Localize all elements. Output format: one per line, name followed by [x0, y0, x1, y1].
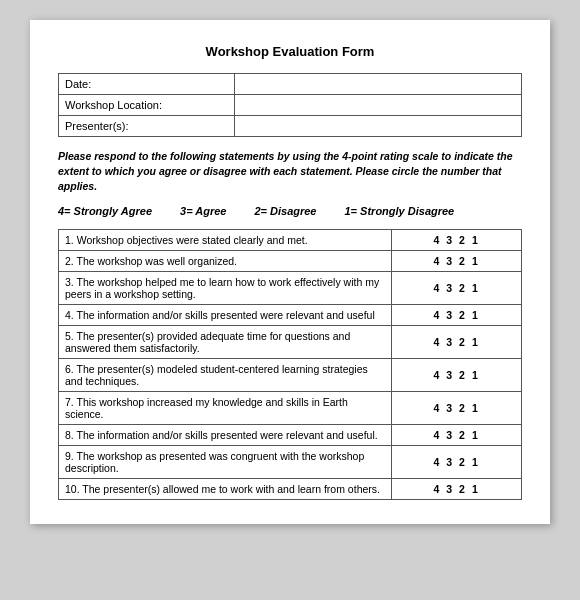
rating-cell: 4 3 2 1	[392, 424, 522, 445]
scale-item-1: 1= Strongly Disagree	[345, 205, 455, 217]
question-cell: 1. Workshop objectives were stated clear…	[59, 229, 392, 250]
question-num: 10.	[65, 483, 80, 495]
question-cell: 3. The workshop helped me to learn how t…	[59, 271, 392, 304]
location-value	[234, 95, 521, 116]
scale-row: 4= Strongly Agree 3= Agree 2= Disagree 1…	[58, 205, 522, 217]
question-num: 9.	[65, 450, 74, 462]
rating-cell: 4 3 2 1	[392, 478, 522, 499]
question-cell: 4. The information and/or skills present…	[59, 304, 392, 325]
date-label: Date:	[59, 74, 235, 95]
table-row: Presenter(s):	[59, 116, 522, 137]
question-num: 7.	[65, 396, 74, 408]
date-value	[234, 74, 521, 95]
question-cell: 10. The presenter(s) allowed me to work …	[59, 478, 392, 499]
scale-item-3: 3= Agree	[180, 205, 226, 217]
table-row: 3. The workshop helped me to learn how t…	[59, 271, 522, 304]
question-num: 6.	[65, 363, 74, 375]
question-num: 4.	[65, 309, 74, 321]
location-label: Workshop Location:	[59, 95, 235, 116]
question-cell: 8. The information and/or skills present…	[59, 424, 392, 445]
table-row: 6. The presenter(s) modeled student-cent…	[59, 358, 522, 391]
table-row: 7. This workshop increased my knowledge …	[59, 391, 522, 424]
rating-cell: 4 3 2 1	[392, 304, 522, 325]
table-row: Workshop Location:	[59, 95, 522, 116]
question-text: The workshop was well organized.	[77, 255, 238, 267]
question-text: Workshop objectives were stated clearly …	[77, 234, 308, 246]
question-text: The workshop as presented was congruent …	[65, 450, 364, 474]
instructions-text: Please respond to the following statemen…	[58, 149, 522, 195]
table-row: 1. Workshop objectives were stated clear…	[59, 229, 522, 250]
scale-item-4: 4= Strongly Agree	[58, 205, 152, 217]
evaluation-table: 1. Workshop objectives were stated clear…	[58, 229, 522, 500]
info-table: Date: Workshop Location: Presenter(s):	[58, 73, 522, 137]
rating-cell: 4 3 2 1	[392, 229, 522, 250]
page-title: Workshop Evaluation Form	[58, 44, 522, 59]
table-row: 9. The workshop as presented was congrue…	[59, 445, 522, 478]
table-row: 4. The information and/or skills present…	[59, 304, 522, 325]
question-num: 3.	[65, 276, 74, 288]
question-num: 8.	[65, 429, 74, 441]
question-text: The information and/or skills presented …	[77, 429, 378, 441]
table-row: 5. The presenter(s) provided adequate ti…	[59, 325, 522, 358]
table-row: 2. The workshop was well organized. 4 3 …	[59, 250, 522, 271]
presenter-value	[234, 116, 521, 137]
page: Workshop Evaluation Form Date: Workshop …	[30, 20, 550, 524]
question-text: The presenter(s) modeled student-centere…	[65, 363, 368, 387]
scale-item-2: 2= Disagree	[254, 205, 316, 217]
rating-cell: 4 3 2 1	[392, 271, 522, 304]
question-cell: 2. The workshop was well organized.	[59, 250, 392, 271]
question-text: The presenter(s) allowed me to work with…	[82, 483, 380, 495]
question-num: 5.	[65, 330, 74, 342]
question-cell: 6. The presenter(s) modeled student-cent…	[59, 358, 392, 391]
rating-cell: 4 3 2 1	[392, 391, 522, 424]
question-cell: 9. The workshop as presented was congrue…	[59, 445, 392, 478]
table-row: 8. The information and/or skills present…	[59, 424, 522, 445]
table-row: Date:	[59, 74, 522, 95]
question-cell: 7. This workshop increased my knowledge …	[59, 391, 392, 424]
question-cell: 5. The presenter(s) provided adequate ti…	[59, 325, 392, 358]
question-text: The information and/or skills presented …	[77, 309, 375, 321]
rating-cell: 4 3 2 1	[392, 250, 522, 271]
presenter-label: Presenter(s):	[59, 116, 235, 137]
rating-cell: 4 3 2 1	[392, 445, 522, 478]
question-num: 1.	[65, 234, 74, 246]
rating-cell: 4 3 2 1	[392, 325, 522, 358]
question-text: The workshop helped me to learn how to w…	[65, 276, 379, 300]
question-text: The presenter(s) provided adequate time …	[65, 330, 350, 354]
question-text: This workshop increased my knowledge and…	[65, 396, 348, 420]
question-num: 2.	[65, 255, 74, 267]
rating-cell: 4 3 2 1	[392, 358, 522, 391]
table-row: 10. The presenter(s) allowed me to work …	[59, 478, 522, 499]
